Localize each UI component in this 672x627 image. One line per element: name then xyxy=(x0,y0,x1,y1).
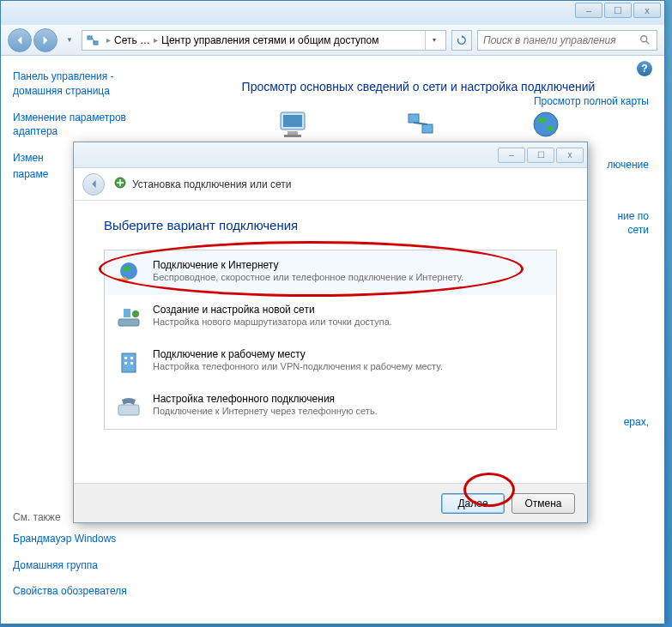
svg-rect-21 xyxy=(124,362,127,365)
truncated-link-3[interactable]: сети xyxy=(628,224,649,236)
truncated-link-1[interactable]: лючение xyxy=(607,159,649,171)
forward-button[interactable] xyxy=(33,28,58,52)
phone-modem-icon xyxy=(115,393,142,420)
option-title: Подключение к рабочему месту xyxy=(153,348,443,360)
truncated-link-4[interactable]: ерах, xyxy=(624,416,649,428)
nav-history-dropdown[interactable]: ▼ xyxy=(63,32,76,49)
search-box[interactable] xyxy=(477,30,657,51)
arrow-right-icon xyxy=(40,35,51,45)
breadcrumb-part-2[interactable]: Центр управления сетями и общим доступом xyxy=(161,34,379,46)
dialog-heading: Выберите вариант подключения xyxy=(104,218,557,232)
next-button[interactable]: Далее xyxy=(441,493,505,514)
svg-point-17 xyxy=(132,310,139,317)
refresh-button[interactable] xyxy=(451,30,472,51)
svg-rect-7 xyxy=(288,131,298,135)
dialog-body: Выберите вариант подключения Подключение… xyxy=(74,201,587,447)
svg-rect-6 xyxy=(283,115,302,127)
address-dropdown[interactable]: ▾ xyxy=(425,31,442,50)
view-full-map-link[interactable]: Просмотр полной карты xyxy=(534,95,649,107)
maximize-button[interactable]: ☐ xyxy=(604,3,632,18)
svg-rect-23 xyxy=(118,405,139,415)
router-icon xyxy=(115,304,142,331)
arrow-left-icon xyxy=(15,35,25,45)
dialog-titlebar: – ☐ x xyxy=(74,142,587,168)
truncated-link-2[interactable]: ние по xyxy=(617,210,649,222)
svg-rect-20 xyxy=(130,357,133,359)
option-title: Настройка телефонного подключения xyxy=(153,393,378,405)
option-title: Создание и настройка новой сети xyxy=(153,304,392,316)
option-workplace[interactable]: Подключение к рабочему месту Настройка т… xyxy=(105,340,556,384)
desktop-icon xyxy=(275,109,310,140)
dialog-close-button[interactable]: x xyxy=(556,148,584,163)
addressbar-row: ▼ ▸ Сеть … ▸ Центр управления сетями и о… xyxy=(1,25,664,56)
titlebar: – ☐ x xyxy=(1,1,664,25)
breadcrumb-part-1[interactable]: Сеть … xyxy=(114,34,150,46)
dialog-footer: Далее Отмена xyxy=(74,483,587,522)
svg-line-11 xyxy=(414,123,427,124)
search-input[interactable] xyxy=(483,34,639,46)
search-icon xyxy=(639,34,651,46)
svg-rect-18 xyxy=(122,353,136,372)
help-icon[interactable]: ? xyxy=(637,61,652,76)
svg-rect-10 xyxy=(422,124,433,133)
close-button[interactable]: x xyxy=(633,3,661,18)
svg-line-4 xyxy=(646,40,650,44)
svg-point-14 xyxy=(120,262,137,280)
globe-icon xyxy=(529,109,563,140)
option-list: Подключение к Интернету Беспроводное, ск… xyxy=(104,250,557,430)
option-desc: Подключение к Интернету через телефонную… xyxy=(153,406,378,416)
dialog-maximize-button[interactable]: ☐ xyxy=(527,148,554,163)
network-center-icon xyxy=(86,33,100,47)
cancel-button[interactable]: Отмена xyxy=(512,493,575,514)
globe-arrow-icon xyxy=(115,259,142,286)
wizard-icon xyxy=(113,176,127,193)
page-title: Просмотр основных сведений о сети и наст… xyxy=(188,80,649,93)
svg-rect-0 xyxy=(88,36,92,39)
address-bar[interactable]: ▸ Сеть … ▸ Центр управления сетями и общ… xyxy=(82,30,446,51)
option-desc: Настройка нового маршрутизатора или точк… xyxy=(153,317,392,327)
svg-point-3 xyxy=(641,35,647,41)
svg-rect-8 xyxy=(284,135,301,137)
option-new-network[interactable]: Создание и настройка новой сети Настройк… xyxy=(105,295,556,340)
building-icon xyxy=(115,348,142,376)
wizard-dialog: – ☐ x Установка подключения или сети Выб… xyxy=(73,142,588,523)
sidebar-link-adapter-settings[interactable]: Изменение параметров адаптера xyxy=(13,111,160,140)
sidebar-link-homegroup[interactable]: Домашняя группа xyxy=(13,558,160,573)
option-title: Подключение к Интернету xyxy=(153,259,463,271)
dialog-header: Установка подключения или сети xyxy=(74,168,587,201)
svg-rect-19 xyxy=(124,357,127,359)
sidebar-link-home[interactable]: Панель управления - домашняя страница xyxy=(13,69,160,99)
back-button[interactable] xyxy=(8,28,32,52)
minimize-button[interactable]: – xyxy=(575,3,602,18)
svg-point-12 xyxy=(534,112,558,136)
svg-rect-16 xyxy=(124,309,130,317)
arrow-left-icon xyxy=(89,179,99,189)
option-connect-internet[interactable]: Подключение к Интернету Беспроводное, ск… xyxy=(105,250,556,295)
dialog-back-button[interactable] xyxy=(82,173,105,196)
refresh-icon xyxy=(456,34,468,46)
dialog-minimize-button[interactable]: – xyxy=(498,148,525,163)
svg-rect-15 xyxy=(118,319,139,326)
option-desc: Беспроводное, скоростное или телефонное … xyxy=(153,272,463,282)
svg-rect-22 xyxy=(130,362,133,365)
option-desc: Настройка телефонного или VPN-подключени… xyxy=(153,361,443,371)
sidebar-link-internet-options[interactable]: Свойства обозревателя xyxy=(13,584,160,599)
network-icon xyxy=(403,109,438,140)
option-dialup[interactable]: Настройка телефонного подключения Подклю… xyxy=(105,384,556,429)
dialog-header-title: Установка подключения или сети xyxy=(132,178,291,190)
svg-rect-9 xyxy=(409,114,419,123)
sidebar-link-firewall[interactable]: Брандмауэр Windows xyxy=(13,532,160,546)
